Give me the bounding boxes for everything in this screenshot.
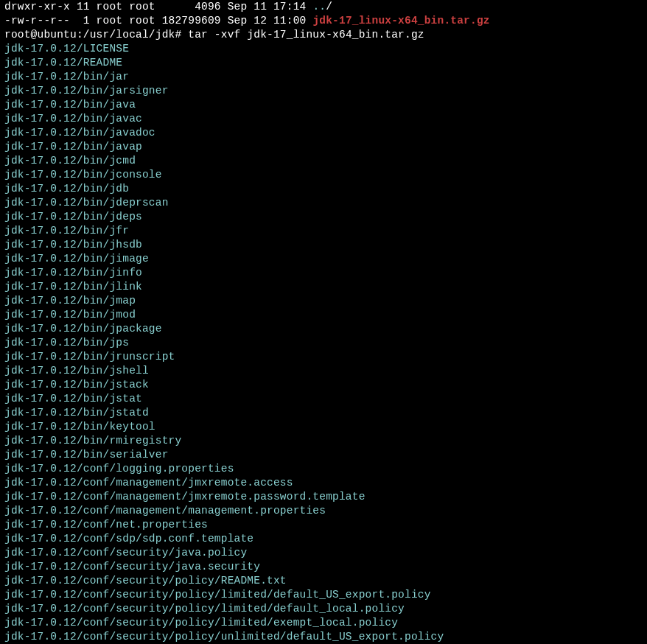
extracted-file: jdk-17.0.12/bin/jdb [4,182,643,196]
extracted-file: jdk-17.0.12/conf/security/policy/limited… [4,602,643,616]
extracted-file: jdk-17.0.12/conf/management/management.p… [4,504,643,518]
extracted-file: jdk-17.0.12/bin/jfr [4,224,643,238]
extracted-file: jdk-17.0.12/bin/jdeps [4,210,643,224]
shell-prompt: root@ubuntu:/usr/local/jdk# [4,29,181,41]
extracted-file: jdk-17.0.12/conf/security/policy/limited… [4,616,643,630]
extracted-file: jdk-17.0.12/bin/javac [4,112,643,126]
extracted-file: jdk-17.0.12/bin/jconsole [4,168,643,182]
extracted-file: jdk-17.0.12/conf/logging.properties [4,462,643,476]
extracted-file: jdk-17.0.12/conf/sdp/sdp.conf.template [4,532,643,546]
extracted-file: jdk-17.0.12/bin/jstack [4,378,643,392]
extracted-file: jdk-17.0.12/conf/security/java.security [4,560,643,574]
extracted-file: jdk-17.0.12/bin/jmod [4,308,643,322]
extracted-file: jdk-17.0.12/bin/jimage [4,252,643,266]
extracted-file: jdk-17.0.12/conf/management/jmxremote.ac… [4,476,643,490]
extracted-file: jdk-17.0.12/conf/net.properties [4,518,643,532]
extracted-file: jdk-17.0.12/bin/jpackage [4,322,643,336]
extracted-file: jdk-17.0.12/bin/jshell [4,364,643,378]
extracted-file: jdk-17.0.12/conf/security/policy/limited… [4,588,643,602]
extracted-file: jdk-17.0.12/bin/jar [4,70,643,84]
terminal-output[interactable]: drwxr-xr-x 11 root root 4096 Sep 11 17:1… [4,0,643,644]
parent-dir-link: .. [312,1,326,13]
extracted-file: jdk-17.0.12/bin/java [4,98,643,112]
extracted-file: jdk-17.0.12/bin/javap [4,140,643,154]
extracted-file: jdk-17.0.12/conf/security/java.policy [4,546,643,560]
typed-command: tar -xvf jdk-17_linux-x64_bin.tar.gz [181,29,424,41]
extracted-file: jdk-17.0.12/bin/rmiregistry [4,434,643,448]
extracted-file: jdk-17.0.12/conf/management/jmxremote.pa… [4,490,643,504]
extracted-file: jdk-17.0.12/conf/security/policy/README.… [4,574,643,588]
extracted-file: jdk-17.0.12/bin/jmap [4,294,643,308]
extracted-file: jdk-17.0.12/bin/jhsdb [4,238,643,252]
extracted-file: jdk-17.0.12/bin/serialver [4,448,643,462]
extracted-file: jdk-17.0.12/bin/jinfo [4,266,643,280]
command-line: root@ubuntu:/usr/local/jdk# tar -xvf jdk… [4,28,643,42]
extracted-file: jdk-17.0.12/bin/jstat [4,392,643,406]
tarball-filename: jdk-17_linux-x64_bin.tar.gz [312,15,489,27]
extracted-file: jdk-17.0.12/LICENSE [4,42,643,56]
ls-entry-parent: drwxr-xr-x 11 root root 4096 Sep 11 17:1… [4,0,643,14]
extracted-file: jdk-17.0.12/bin/jrunscript [4,350,643,364]
extracted-file: jdk-17.0.12/README [4,56,643,70]
extracted-file: jdk-17.0.12/bin/javadoc [4,126,643,140]
tar-extract-output: jdk-17.0.12/LICENSEjdk-17.0.12/READMEjdk… [4,42,643,644]
extracted-file: jdk-17.0.12/bin/jps [4,336,643,350]
extracted-file: jdk-17.0.12/bin/keytool [4,420,643,434]
ls-entry-tarball: -rw-r--r-- 1 root root 182799609 Sep 12 … [4,14,643,28]
extracted-file: jdk-17.0.12/bin/jlink [4,280,643,294]
extracted-file: jdk-17.0.12/bin/jarsigner [4,84,643,98]
extracted-file: jdk-17.0.12/conf/security/policy/unlimit… [4,630,643,644]
extracted-file: jdk-17.0.12/bin/jstatd [4,406,643,420]
extracted-file: jdk-17.0.12/bin/jdeprscan [4,196,643,210]
extracted-file: jdk-17.0.12/bin/jcmd [4,154,643,168]
